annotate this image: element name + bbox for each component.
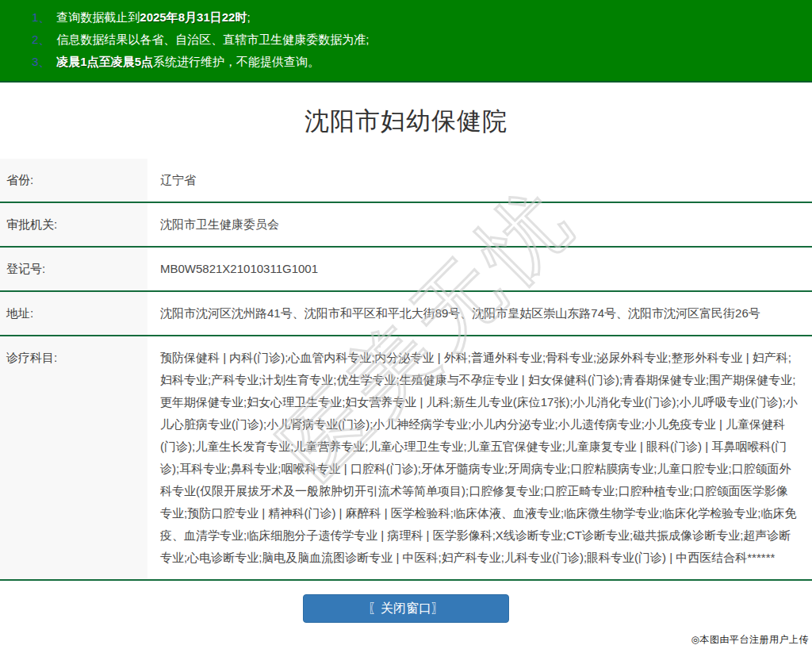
license-query-page: 1、查询数据截止到2025年8月31日22时; 2、信息数据结果以各省、自治区、… [0,0,812,649]
row-label: 审批机关: [0,203,147,246]
notice-text: 信息数据结果以各省、自治区、直辖市卫生健康委数据为准; [56,33,369,46]
notice-text: 查询数据截止到 [56,10,140,24]
row-value: 预防保健科 | 内科(门诊);心血管内科专业;内分泌专业 | 外科;普通外科专业… [147,336,812,579]
row-label: 地址: [0,292,147,335]
notice-item-2: 2、信息数据结果以各省、自治区、直辖市卫生健康委数据为准; [32,29,796,51]
notice-banner: 1、查询数据截止到2025年8月31日22时; 2、信息数据结果以各省、自治区、… [0,0,812,83]
notice-text: 系统进行维护，不能提供查询。 [153,55,320,68]
row-value: 辽宁省 [147,159,812,202]
row-value: 沈阳市卫生健康委员会 [147,203,812,246]
notice-bold-text: 2025年8月31日22时 [140,10,247,24]
row-label: 省份: [0,159,147,202]
upload-note: ◎本图由平台注册用户上传 [691,633,809,647]
row-value: MB0W5821X21010311G1001 [147,248,812,290]
footer: 〖关闭窗口〗 [0,581,812,634]
table-row-province: 省份: 辽宁省 [0,159,812,203]
table-row-medical-subjects: 诊疗科目: 预防保健科 | 内科(门诊);心血管内科专业;内分泌专业 | 外科;… [0,336,812,581]
row-label: 诊疗科目: [0,336,147,579]
notice-number: 3、 [32,55,50,68]
close-window-button[interactable]: 〖关闭窗口〗 [303,594,509,623]
notice-bold-text: 凌晨1点至凌晨5点 [56,55,153,68]
institution-detail-table: 省份: 辽宁省 审批机关: 沈阳市卫生健康委员会 登记号: MB0W5821X2… [0,159,812,581]
row-value: 沈阳市沈河区沈州路41号、沈阳市和平区和平北大街89号、沈阳市皇姑区崇山东路74… [147,292,812,335]
row-label: 登记号: [0,248,147,290]
table-row-address: 地址: 沈阳市沈河区沈州路41号、沈阳市和平区和平北大街89号、沈阳市皇姑区崇山… [0,292,812,336]
page-title: 沈阳市妇幼保健院 [0,83,812,159]
table-row-registration-number: 登记号: MB0W5821X21010311G1001 [0,248,812,292]
notice-item-1: 1、查询数据截止到2025年8月31日22时; [32,6,796,29]
notice-item-3: 3、凌晨1点至凌晨5点系统进行维护，不能提供查询。 [32,51,796,73]
notice-text: ; [247,10,250,24]
table-row-approval-authority: 审批机关: 沈阳市卫生健康委员会 [0,203,812,248]
notice-number: 2、 [32,33,50,46]
notice-number: 1、 [32,10,50,24]
